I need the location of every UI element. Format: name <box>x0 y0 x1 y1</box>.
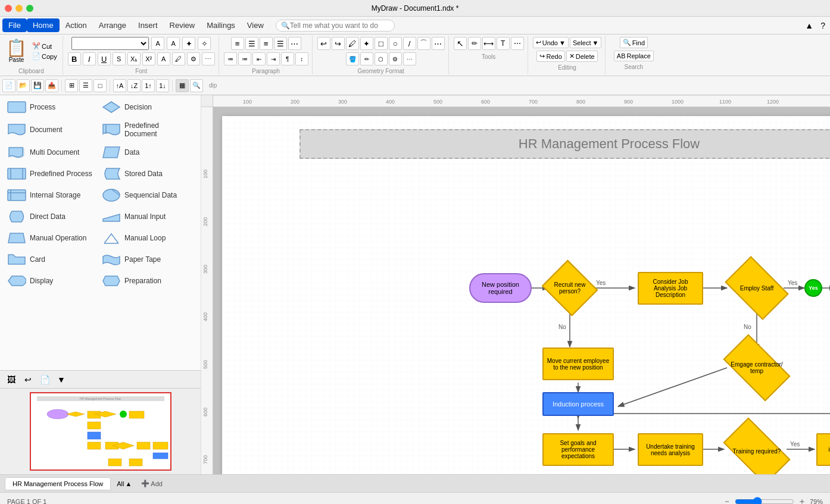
shape-training-req[interactable] <box>723 417 790 474</box>
italic-button[interactable]: I <box>83 52 96 65</box>
open-btn[interactable]: 📂 <box>17 79 30 92</box>
font-size-increase[interactable]: A <box>167 37 180 50</box>
font-bg-button[interactable]: 🖊 <box>172 52 185 65</box>
shape-manual-loop[interactable]: Manual Loop <box>99 230 192 246</box>
menu-insert[interactable]: Insert <box>132 18 164 32</box>
save-btn[interactable]: 💾 <box>31 79 44 92</box>
geo-circle[interactable]: ○ <box>389 37 402 50</box>
text-tool[interactable]: T <box>497 37 510 50</box>
numbered-list[interactable]: ≔ <box>238 52 251 65</box>
copy-button[interactable]: 📄Copy <box>30 52 59 61</box>
shape-sequential-data[interactable]: Sequencial Data <box>99 187 192 204</box>
order-desc[interactable]: ↓Z <box>127 79 141 92</box>
collapse-icon[interactable]: ▲ <box>803 21 816 30</box>
undo-button[interactable]: ↩ Undo ▼ <box>533 37 569 48</box>
shape-recruit[interactable] <box>542 260 598 317</box>
search-btn2[interactable]: 🔍 <box>190 79 203 92</box>
new-btn[interactable]: 📄 <box>2 79 15 92</box>
shape-internal-storage[interactable]: Internal Storage <box>5 187 97 204</box>
shape-manual-input[interactable]: Manual Input <box>99 208 192 225</box>
more-tool[interactable]: ⋯ <box>511 37 524 50</box>
zoom-out-icon[interactable]: － <box>723 496 731 505</box>
shape-set-goals[interactable]: Set goals and performance expectations <box>542 433 614 466</box>
minimize-button[interactable] <box>15 5 23 12</box>
panel-view4[interactable]: ▼ <box>55 373 68 386</box>
strikethrough-button[interactable]: S <box>113 52 126 65</box>
panel-view1[interactable]: 🖼 <box>5 373 18 386</box>
line-spacing[interactable]: ↕ <box>295 52 308 65</box>
para-more[interactable]: ⋯ <box>288 37 301 50</box>
paste-button[interactable]: 📋 Paste <box>4 39 29 64</box>
font-clear2[interactable]: ✧ <box>198 37 211 50</box>
redo-button[interactable]: ↪ Redo <box>536 51 564 62</box>
shape-stored-data[interactable]: Stored Data <box>99 165 192 182</box>
geo-btn3[interactable]: 🖊 <box>346 37 359 50</box>
window-controls[interactable] <box>5 5 33 12</box>
order-num[interactable]: 1↑ <box>142 79 155 92</box>
select-tool[interactable]: ↖ <box>454 37 467 50</box>
panel-view2[interactable]: ↩ <box>21 373 35 386</box>
subscript-button[interactable]: X₁ <box>127 52 141 65</box>
close-button[interactable] <box>5 5 12 12</box>
menu-search-input[interactable] <box>290 21 389 30</box>
font-clear[interactable]: ✦ <box>182 37 195 50</box>
shape-process[interactable]: Process <box>5 99 97 115</box>
shape-induction[interactable]: Induction process <box>542 392 614 416</box>
shape-card[interactable]: Card <box>5 251 97 268</box>
shape-manual-operation[interactable]: Manual Operation <box>5 230 97 246</box>
view-list[interactable]: ☰ <box>79 79 92 92</box>
help-icon[interactable]: ? <box>818 21 828 30</box>
font-settings[interactable]: ⚙ <box>187 52 200 65</box>
select-button[interactable]: Select ▼ <box>570 37 601 48</box>
geo-btn4[interactable]: ✦ <box>360 37 373 50</box>
order-num2[interactable]: 1↓ <box>156 79 169 92</box>
shape-predefined-doc[interactable]: Predefined Document <box>99 120 192 139</box>
align-center[interactable]: ☰ <box>245 37 258 50</box>
justify[interactable]: ☰ <box>274 37 287 50</box>
menu-mailings[interactable]: Mailings <box>201 18 241 32</box>
indent-dec[interactable]: ⇤ <box>252 52 266 65</box>
shape-document[interactable]: Document <box>5 120 97 139</box>
fill-color[interactable]: 🪣 <box>346 52 359 65</box>
font-name-select[interactable] <box>71 37 149 50</box>
bullet-list[interactable]: ≔ <box>224 52 237 65</box>
pen-tool[interactable]: ✏ <box>468 37 481 50</box>
align-right[interactable]: ≡ <box>260 37 273 50</box>
menu-arrange[interactable]: Arrange <box>93 18 132 32</box>
geo-settings[interactable]: ⚙ <box>389 52 402 65</box>
tab-hr-flow[interactable]: HR Management Process Flow <box>5 477 111 490</box>
line-color[interactable]: ✏ <box>360 52 373 65</box>
geo-curve[interactable]: ⌒ <box>417 37 430 50</box>
page-view[interactable]: ▦ <box>176 79 189 92</box>
shape-employ-staff[interactable] <box>725 256 788 320</box>
panel-view3[interactable]: 📄 <box>38 373 51 386</box>
font-color-button[interactable]: A <box>157 52 170 65</box>
menu-search-box[interactable]: 🔍 <box>276 20 395 32</box>
align-left[interactable]: ≡ <box>231 37 244 50</box>
shape-paper-tape[interactable]: Paper Tape <box>99 251 192 268</box>
replace-button[interactable]: AB Replace <box>614 51 654 61</box>
tab-add-button[interactable]: ➕ Add <box>138 478 166 489</box>
menu-review[interactable]: Review <box>164 18 201 32</box>
shape-move-employee[interactable]: Move current employee to the new positio… <box>542 348 614 380</box>
superscript-button[interactable]: X² <box>142 52 155 65</box>
geo-more2[interactable]: ⋯ <box>403 52 416 65</box>
geo-btn1[interactable]: ↩ <box>317 37 330 50</box>
menu-home[interactable]: Home <box>27 18 60 32</box>
view-grid[interactable]: ⊞ <box>65 79 78 92</box>
menu-view[interactable]: View <box>241 18 270 32</box>
zoom-slider[interactable] <box>735 497 794 505</box>
cut-button[interactable]: ✂️Cut <box>30 42 59 51</box>
font-more[interactable]: ⋯ <box>202 52 215 65</box>
shape-job-analysis[interactable]: Consider Job Analysis Job Description <box>638 272 703 305</box>
geo-more[interactable]: ⋯ <box>432 37 445 50</box>
shape-predefined-process[interactable]: Predefined Process <box>5 165 97 182</box>
para-format[interactable]: ¶ <box>281 52 294 65</box>
geo-btn2[interactable]: ↪ <box>332 37 345 50</box>
order-asc[interactable]: ↑A <box>113 79 126 92</box>
shape-yes-circle[interactable]: Yes <box>804 279 822 297</box>
shape-training-needs[interactable]: Undertake training needs analysis <box>638 433 703 466</box>
view-box[interactable]: □ <box>93 79 107 92</box>
menu-file[interactable]: File <box>2 18 27 32</box>
shape-data[interactable]: Data <box>99 144 192 161</box>
